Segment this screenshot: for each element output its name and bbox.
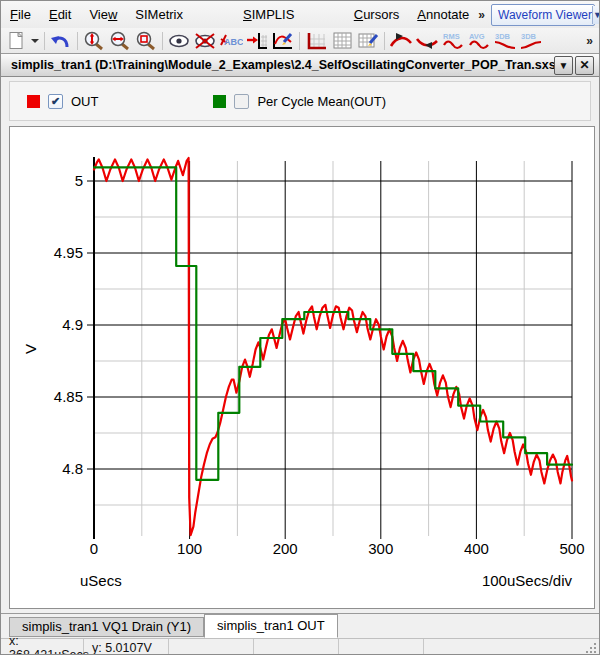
- svg-text:4.8: 4.8: [62, 460, 83, 477]
- status-cell-empty: [339, 639, 424, 655]
- add-axis-button[interactable]: [244, 30, 270, 52]
- svg-text:300: 300: [368, 540, 393, 557]
- svg-text:3DB: 3DB: [495, 32, 511, 41]
- highpass-icon: 3DB: [519, 31, 543, 51]
- toggle-axes-button[interactable]: [303, 30, 329, 52]
- svg-text:500: 500: [559, 540, 584, 557]
- curve-label: OUT: [71, 94, 98, 109]
- lowpass-3db-button[interactable]: 3DB: [492, 30, 518, 52]
- statusbar: x: 368.421uSecs y: 5.0107V: [1, 638, 599, 655]
- new-graph-dropdown-button[interactable]: [29, 30, 41, 52]
- curve-up-arrow-icon: [389, 31, 413, 51]
- svg-text:ABC: ABC: [224, 37, 243, 47]
- curve-checkbox-unchecked[interactable]: [234, 94, 249, 109]
- svg-text:200: 200: [273, 540, 298, 557]
- graph-pencil-icon: [271, 31, 295, 51]
- status-x-readout: x: 368.421uSecs: [1, 639, 84, 655]
- graph-area: ✔ OUT Per Cycle Mean(OUT) 01002003004005…: [1, 77, 599, 613]
- zoom-vertical-icon: [82, 31, 106, 51]
- waveform-chart[interactable]: 010020030040050054.954.94.854.8VuSecs100…: [10, 127, 594, 608]
- graph-window-titlebar[interactable]: simplis_tran1 (D:\Training\Module_2_Exam…: [1, 53, 599, 77]
- menu-edit[interactable]: Edit: [40, 1, 80, 28]
- window-shade-button[interactable]: ▼: [554, 56, 573, 75]
- lower-curve-button[interactable]: [414, 30, 440, 52]
- axis-arrow-icon: [245, 31, 269, 51]
- svg-text:uSecs: uSecs: [80, 572, 122, 589]
- svg-text:3DB: 3DB: [521, 32, 537, 41]
- status-cell-empty: [169, 639, 254, 655]
- annotate-text-button[interactable]: ABC: [218, 30, 244, 52]
- menu-view[interactable]: View: [80, 1, 126, 28]
- status-y-readout: y: 5.0107V: [84, 639, 169, 655]
- toolbar-separator: [299, 32, 300, 50]
- curve-color-swatch: [27, 95, 40, 108]
- toolbar-overflow-chevron[interactable]: »: [586, 34, 593, 48]
- edit-grid-button[interactable]: [355, 30, 381, 52]
- menu-overflow-chevron[interactable]: »: [478, 8, 485, 22]
- zoom-box-icon: [134, 31, 158, 51]
- rms-curve-button[interactable]: RMS: [440, 30, 466, 52]
- grid-pencil-icon: [356, 31, 380, 51]
- svg-text:400: 400: [464, 540, 489, 557]
- app-window: { "menu": { "items": [ {"label": "File",…: [0, 0, 600, 655]
- highpass-3db-button[interactable]: 3DB: [518, 30, 544, 52]
- menu-file[interactable]: File: [1, 1, 40, 28]
- chevron-down-icon[interactable]: ▼: [592, 6, 600, 24]
- curve-checkbox-checked[interactable]: ✔: [48, 94, 63, 109]
- svg-text:RMS: RMS: [443, 32, 460, 41]
- svg-text:100: 100: [177, 540, 202, 557]
- grid-icon: [330, 31, 354, 51]
- zoom-area-button[interactable]: [133, 30, 159, 52]
- svg-text:5: 5: [75, 172, 83, 189]
- curve-down-arrow-icon: [415, 31, 439, 51]
- window-close-button[interactable]: ✕: [575, 56, 594, 75]
- tab-out[interactable]: simplis_tran1 OUT: [204, 614, 338, 638]
- graph-window-title: simplis_tran1 (D:\Training\Module_2_Exam…: [1, 58, 554, 72]
- eye-crossed-icon: [193, 31, 217, 51]
- plot-panel[interactable]: 010020030040050054.954.94.854.8VuSecs100…: [9, 126, 595, 609]
- undo-icon: [49, 31, 73, 51]
- menu-simplis-simulator[interactable]: SIMPLIS Simulator: [234, 1, 345, 28]
- viewer-mode-select[interactable]: Waveform Viewer ▼: [491, 4, 595, 26]
- menubar: File Edit View SIMetrix Simulator SIMPLI…: [1, 1, 599, 28]
- resize-grip[interactable]: [586, 643, 596, 653]
- chevron-down-icon: [31, 38, 39, 44]
- axes-icon: [304, 31, 328, 51]
- toolbar-separator: [162, 32, 163, 50]
- menu-cursors[interactable]: Cursors: [345, 1, 409, 28]
- toolbar-separator: [384, 32, 385, 50]
- svg-text:0: 0: [90, 540, 98, 557]
- legend-item-per-cycle-mean: Per Cycle Mean(OUT): [213, 94, 386, 109]
- avg-icon: AVG: [467, 31, 491, 51]
- hide-curve-button[interactable]: [192, 30, 218, 52]
- status-cell-empty: [254, 639, 339, 655]
- curve-legend: ✔ OUT Per Cycle Mean(OUT): [9, 81, 591, 121]
- new-graph-button[interactable]: [3, 30, 29, 52]
- toggle-grid-button[interactable]: [329, 30, 355, 52]
- zoom-horizontal-icon: [108, 31, 132, 51]
- viewer-mode-value: Waveform Viewer: [492, 8, 592, 22]
- eye-icon: [167, 31, 191, 51]
- menu-annotate[interactable]: Annotate: [408, 1, 478, 28]
- text-label-icon: ABC: [219, 31, 243, 51]
- avg-curve-button[interactable]: AVG: [466, 30, 492, 52]
- edit-graph-button[interactable]: [270, 30, 296, 52]
- graph-tabbar: simplis_tran1 VQ1 Drain (Y1) simplis_tra…: [1, 613, 599, 638]
- svg-text:V: V: [22, 344, 39, 354]
- rms-icon: RMS: [441, 31, 465, 51]
- toolbar-separator: [44, 32, 45, 50]
- svg-text:4.9: 4.9: [62, 316, 83, 333]
- show-curve-button[interactable]: [166, 30, 192, 52]
- menu-simetrix-simulator[interactable]: SIMetrix Simulator: [126, 1, 234, 28]
- raise-curve-button[interactable]: [388, 30, 414, 52]
- undo-button[interactable]: [48, 30, 74, 52]
- zoom-fit-x-button[interactable]: [107, 30, 133, 52]
- zoom-fit-y-button[interactable]: [81, 30, 107, 52]
- svg-text:AVG: AVG: [469, 32, 485, 41]
- lowpass-icon: 3DB: [493, 31, 517, 51]
- svg-text:4.95: 4.95: [54, 244, 83, 261]
- svg-text:4.85: 4.85: [54, 388, 83, 405]
- toolbar: ABC RMS AVG 3DB 3DB »: [1, 28, 599, 53]
- toolbar-separator: [77, 32, 78, 50]
- curve-label: Per Cycle Mean(OUT): [257, 94, 386, 109]
